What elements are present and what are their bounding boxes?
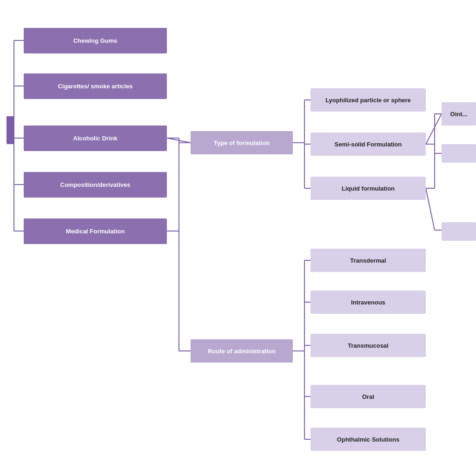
intravenous-node: Intravenous [311, 291, 426, 314]
ophthalmic-node: Ophthalmic Solutions [311, 428, 426, 451]
route-of-administration-node: Route of administration [191, 339, 293, 363]
composition-node: Composition/derivatives [24, 172, 167, 198]
svg-line-25 [426, 114, 442, 144]
chewing-gums-node: Chewing Gums [24, 28, 167, 53]
semi-solid-node: Semi-solid Formulation [311, 132, 426, 156]
transdermal-node: Transdermal [311, 249, 426, 272]
right3-node [442, 222, 476, 241]
medical-formulation-node: Medical Formulation [24, 218, 167, 244]
svg-line-33 [426, 188, 435, 230]
right2-node [442, 144, 476, 163]
lyophilized-node: Lyophilized particle or sphere [311, 88, 426, 112]
alcoholic-drink-node: Alcoholic Drink [24, 126, 167, 151]
oral-node: Oral [311, 385, 426, 408]
liquid-formulation-node: Liquid formulation [311, 177, 426, 200]
left-bracket-indicator [7, 116, 14, 144]
cigarettes-node: Cigarettes/ smoke articles [24, 73, 167, 99]
type-of-formulation-node: Type of formulation [191, 131, 293, 154]
svg-line-6 [167, 138, 191, 143]
transmucosal-node: Transmucosal [311, 334, 426, 357]
ointment-node: Oint... [442, 102, 476, 126]
